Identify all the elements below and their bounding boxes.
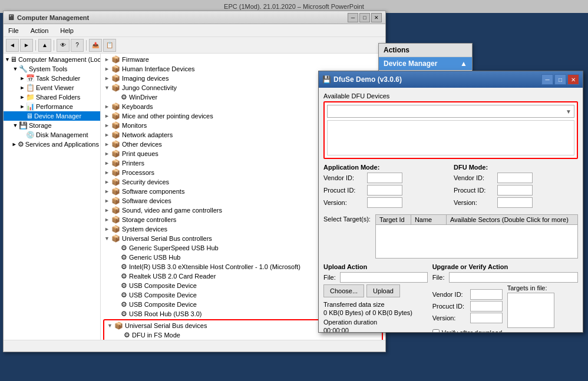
dfuse-close-btn[interactable]: ✕ (567, 74, 579, 85)
dfuse-targets-file-label: Targets in file: (507, 284, 554, 291)
dfuse-verify-checkbox[interactable] (432, 329, 440, 332)
dfuse-content: Available DFU Devices ▼ Application Mode… (319, 88, 583, 332)
dfuse-device-box: ▼ (323, 101, 578, 159)
dfuse-upgrade-vendor-field: Vendor ID: (432, 289, 503, 300)
dfuse-dfu-vendor-row: Vendor ID: (454, 173, 578, 183)
dfuse-dfu-mode-col: DFU Mode: Vendor ID: Procuct ID: Version… (454, 164, 578, 210)
expand-hid: ► (104, 66, 111, 72)
expand-mice: ► (104, 113, 111, 119)
up-btn[interactable]: ▲ (38, 39, 51, 52)
expand-cm-local: ▼ (5, 56, 10, 63)
dfuse-operation-value: 00:00:00 (323, 327, 428, 332)
dfuse-modes-section: Application Mode: Vendor ID: Procuct ID:… (323, 164, 578, 210)
network-icon: 📦 (111, 131, 120, 139)
dfuse-minimize-btn[interactable]: ─ (541, 74, 553, 85)
print-queues-icon: 📦 (111, 150, 120, 158)
sidebar-item-storage[interactable]: ▼ 💾 Storage (4, 121, 100, 130)
usb-composite-3-icon: ⚙ (121, 300, 127, 309)
dfuse-dfu-version-input[interactable] (497, 197, 533, 208)
expand-firmware: ► (104, 57, 111, 62)
disk-mgmt-icon: 💿 (26, 131, 35, 139)
dfuse-app-mode-label: Application Mode: (323, 164, 448, 171)
sidebar-item-event-viewer[interactable]: ► 📋 Event Viewer (4, 83, 100, 92)
expand-performance: ► (19, 103, 26, 110)
cm-toolbar: ◄ ► ▲ 👁 ? 📤 📋 (4, 37, 385, 54)
task-scheduler-icon: 📅 (26, 74, 35, 82)
dfuse-select-targets-section: Select Target(s): Target Id Name Availab… (323, 214, 578, 259)
menu-file[interactable]: File (6, 26, 21, 35)
dfuse-upgrade-file-input[interactable] (449, 272, 578, 283)
sidebar-item-task-scheduler[interactable]: ► 📅 Task Scheduler (4, 74, 100, 83)
back-btn[interactable]: ◄ (6, 39, 19, 52)
dfuse-app-vendor-label: Vendor ID: (323, 174, 365, 181)
dfuse-app-icon: 💾 (322, 75, 331, 84)
dfuse-maximize-btn[interactable]: □ (554, 74, 566, 85)
cm-close-btn[interactable]: ✕ (371, 13, 382, 22)
sidebar-item-shared-folders[interactable]: ► 📁 Shared Folders (4, 92, 100, 102)
cm-maximize-btn[interactable]: □ (359, 13, 370, 22)
expand-shared-folders: ► (19, 94, 26, 101)
sidebar-item-system-tools[interactable]: ▼ 🔧 System Tools (4, 64, 100, 74)
dfuse-window-title: DfuSe Demo (v3.0.6) (333, 75, 402, 84)
dfuse-upgrade-version-field: Version: (432, 313, 503, 323)
cm-statusbar (4, 340, 385, 352)
dfuse-app-product-input[interactable] (367, 185, 402, 196)
actions-header: Actions (379, 44, 472, 57)
sidebar-item-cm-local[interactable]: ▼ 🖥 Computer Management (Loca (4, 55, 100, 64)
dfuse-choose-upload-btn[interactable]: Choose... (323, 284, 364, 297)
dfuse-upload-file-label: File: (323, 274, 340, 281)
cm-app-icon: 🖥 (7, 13, 15, 22)
actions-panel: Actions Device Manager ▲ (378, 43, 473, 73)
dfuse-upload-file-input[interactable] (340, 272, 428, 283)
sidebar-item-device-manager[interactable]: 🖥 Device Manager (4, 111, 100, 121)
dfuse-select-targets-label: Select Target(s): (323, 214, 371, 259)
menu-action[interactable]: Action (28, 26, 51, 35)
sidebar-item-disk-management[interactable]: 💿 Disk Management (4, 130, 100, 140)
firmware-icon: 📦 (111, 55, 120, 64)
mice-icon: 📦 (111, 112, 120, 120)
dfuse-dfu-product-input[interactable] (497, 185, 533, 196)
expand-monitors: ► (104, 122, 111, 128)
cm-minimize-btn[interactable]: ─ (348, 13, 358, 22)
properties-btn[interactable]: 📋 (103, 39, 116, 52)
dfuse-app-vendor-row: Vendor ID: (323, 173, 448, 183)
dfuse-upgrade-file-row: File: (432, 272, 578, 283)
expand-device-manager (19, 112, 26, 120)
dfuse-app-version-input[interactable] (367, 197, 402, 208)
sidebar-label-task-scheduler: Task Scheduler (36, 75, 80, 82)
sidebar-item-performance[interactable]: ► 📊 Performance (4, 102, 100, 111)
expand-other: ► (104, 141, 111, 147)
sidebar-item-services[interactable]: ► ⚙ Services and Applications (4, 140, 100, 149)
export-btn[interactable]: 📤 (89, 39, 102, 52)
actions-subheader[interactable]: Device Manager ▲ (379, 57, 472, 70)
dfuse-targets-in-file-input[interactable] (507, 293, 554, 328)
dfuse-transferred-label: Transferred data size (323, 301, 428, 308)
dfuse-upgrade-vendor-input[interactable] (470, 289, 503, 300)
forward-btn[interactable]: ► (20, 39, 33, 52)
dfuse-app-version-label: Version: (323, 199, 365, 206)
dfuse-window: 💾 DfuSe Demo (v3.0.6) ─ □ ✕ Available DF… (318, 71, 583, 333)
dfuse-th-name: Name (411, 215, 447, 224)
dm-item-firmware[interactable]: ► 📦 Firmware (102, 55, 384, 64)
expand-usb-serial: ▼ (107, 323, 114, 329)
dfuse-device-dropdown[interactable]: ▼ (327, 105, 574, 118)
expand-imaging: ► (104, 75, 111, 81)
dfuse-app-vendor-input[interactable] (367, 173, 402, 183)
sw-devices-icon: 📦 (111, 197, 120, 205)
device-manager-icon: 🖥 (26, 112, 33, 120)
menu-help[interactable]: Help (58, 26, 76, 35)
dfuse-upgrade-vendor-label: Vendor ID: (432, 291, 468, 298)
dfuse-upload-btn[interactable]: Upload (366, 284, 400, 297)
show-hide-btn[interactable]: 👁 (57, 39, 70, 52)
dfuse-upgrade-product-input[interactable] (470, 301, 503, 312)
sidebar-label-device-manager: Device Manager (34, 112, 81, 120)
cm-menubar: File Action Help (4, 24, 385, 37)
dfuse-upgrade-version-label: Version: (432, 314, 468, 322)
dfuse-upgrade-version-input[interactable] (470, 313, 503, 323)
expand-sw-components: ► (104, 188, 111, 194)
generic-ss-hub-icon: ⚙ (121, 244, 127, 252)
help-btn[interactable]: ? (71, 39, 84, 52)
intel-usb-icon: ⚙ (121, 263, 127, 271)
expand-services: ► (11, 141, 18, 148)
dfuse-dfu-vendor-input[interactable] (497, 173, 533, 183)
